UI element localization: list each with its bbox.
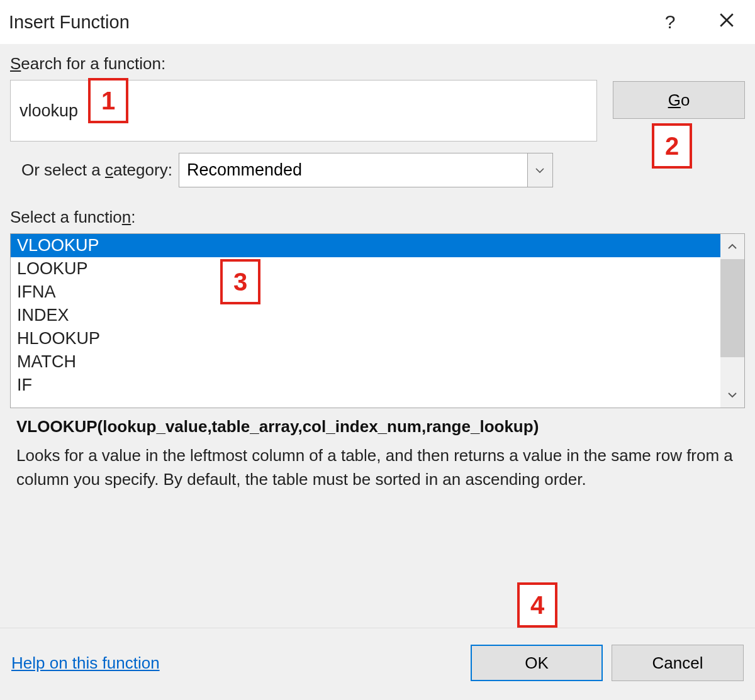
dialog-title: Insert Function bbox=[9, 12, 130, 33]
scroll-thumb[interactable] bbox=[720, 259, 744, 357]
search-label: Search for a function: bbox=[10, 54, 745, 74]
category-selected-value: Recommended bbox=[187, 160, 302, 180]
function-signature: VLOOKUP(lookup_value,table_array,col_ind… bbox=[10, 417, 745, 436]
list-item[interactable]: HLOOKUP bbox=[11, 327, 720, 350]
ok-button[interactable]: OK bbox=[471, 645, 603, 681]
list-item[interactable]: LOOKUP bbox=[11, 257, 720, 281]
category-label: Or select a category: bbox=[10, 160, 172, 180]
help-button[interactable]: ? bbox=[654, 11, 686, 33]
function-listbox[interactable]: VLOOKUP LOOKUP IFNA INDEX HLOOKUP MATCH … bbox=[11, 234, 720, 408]
list-item[interactable]: VLOOKUP bbox=[11, 234, 720, 257]
function-description: Looks for a value in the leftmost column… bbox=[10, 444, 745, 491]
function-listbox-wrapper: VLOOKUP LOOKUP IFNA INDEX HLOOKUP MATCH … bbox=[10, 233, 745, 408]
scroll-down-button[interactable] bbox=[720, 382, 744, 408]
scroll-track[interactable] bbox=[720, 259, 744, 382]
list-item[interactable]: INDEX bbox=[11, 304, 720, 327]
go-button[interactable]: Go bbox=[613, 81, 745, 119]
select-function-label: Select a function: bbox=[10, 208, 745, 227]
list-item[interactable]: IFNA bbox=[11, 281, 720, 304]
callout-1: 1 bbox=[88, 78, 128, 123]
dialog-body: Search for a function: Go Or select a ca… bbox=[0, 44, 755, 700]
close-icon bbox=[719, 12, 735, 28]
list-item[interactable]: MATCH bbox=[11, 350, 720, 374]
chevron-down-icon bbox=[535, 167, 545, 174]
callout-4: 4 bbox=[517, 582, 557, 628]
titlebar-buttons: ? bbox=[654, 11, 742, 33]
titlebar: Insert Function ? bbox=[0, 0, 755, 44]
callout-3: 3 bbox=[220, 259, 260, 304]
footer-buttons: OK Cancel bbox=[471, 645, 744, 681]
callout-2: 2 bbox=[652, 123, 692, 169]
category-row: Or select a category: Recommended bbox=[10, 153, 745, 187]
dialog-footer: Help on this function OK Cancel bbox=[0, 628, 755, 700]
cancel-button[interactable]: Cancel bbox=[612, 645, 744, 681]
scrollbar[interactable] bbox=[720, 234, 744, 408]
category-select[interactable]: Recommended bbox=[179, 153, 553, 187]
help-link[interactable]: Help on this function bbox=[11, 653, 160, 673]
chevron-up-icon bbox=[727, 243, 737, 250]
dropdown-button[interactable] bbox=[527, 153, 552, 187]
scroll-up-button[interactable] bbox=[720, 234, 744, 259]
chevron-down-icon bbox=[727, 392, 737, 398]
list-item[interactable]: IF bbox=[11, 374, 720, 397]
close-button[interactable] bbox=[711, 11, 742, 33]
